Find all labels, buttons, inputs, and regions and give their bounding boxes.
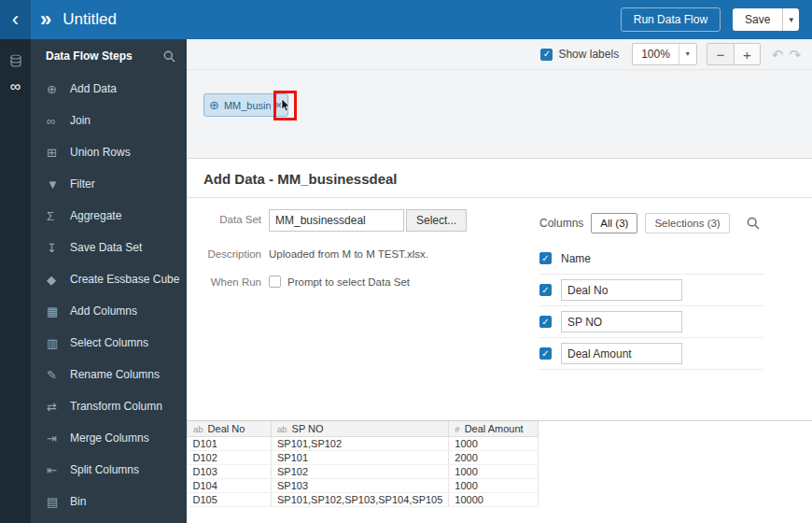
show-labels-checkbox[interactable]: ✓: [540, 49, 553, 61]
sidebar-item-split-columns[interactable]: ⇤Split Columns: [31, 454, 187, 486]
table-cell: 1000: [449, 478, 539, 492]
column-header-sp-no[interactable]: abSP NO: [272, 421, 449, 436]
column-row-sp-no: ✓: [539, 306, 763, 338]
column-checkbox[interactable]: ✓: [539, 316, 552, 328]
sidebar-item-label: Union Rows: [70, 146, 131, 159]
click-target-highlight: [273, 91, 297, 120]
sidebar-search-icon[interactable]: [163, 50, 175, 63]
columns-search-icon[interactable]: [747, 217, 760, 233]
sidebar-item-union-rows[interactable]: ⊞Union Rows: [31, 136, 187, 168]
zoom-out-button[interactable]: −: [707, 44, 734, 64]
table-cell: 1000: [449, 464, 539, 478]
dataset-row: Data Set Select...: [203, 209, 530, 232]
column-checkbox[interactable]: ✓: [539, 347, 552, 360]
join-icon: ∞: [47, 114, 70, 128]
dataset-label: Data Set: [203, 209, 261, 225]
column-checkbox[interactable]: ✓: [539, 284, 552, 296]
column-row-deal-amount: ✓: [539, 338, 763, 370]
sidebar-item-select-columns[interactable]: ▥Select Columns: [31, 327, 187, 359]
sidebar-item-join[interactable]: ∞Join: [31, 105, 187, 136]
check-icon: ✓: [541, 286, 549, 295]
when-run-row: When Run Prompt to select Data Set: [203, 272, 530, 288]
select-columns-icon: ▥: [47, 336, 70, 350]
save-dropdown-button[interactable]: ▾: [783, 8, 799, 31]
prompt-label: Prompt to select Data Set: [287, 276, 410, 288]
sidebar-item-label: Merge Columns: [70, 431, 149, 445]
sidebar-item-label: Bin: [70, 495, 86, 508]
show-labels-label: Show labels: [558, 48, 619, 61]
sidebar-item-rename-columns[interactable]: ✎Rename Columns: [31, 359, 187, 390]
table-cell: D101: [188, 436, 272, 450]
filter-icon: ▼: [47, 177, 70, 191]
sidebar-item-save-data-set[interactable]: ↧Save Data Set: [31, 232, 187, 263]
zoom-value: 100%: [633, 48, 679, 61]
redo-button[interactable]: ↷: [789, 48, 801, 62]
table-row: D104 SP103 1000: [188, 478, 539, 492]
sidebar-item-filter[interactable]: ▼Filter: [31, 168, 187, 200]
sidebar-item-add-columns[interactable]: ▦Add Columns: [31, 295, 187, 327]
select-all-checkbox[interactable]: ✓: [539, 252, 552, 264]
preview-header-row: abDeal No abSP NO #Deal Amount: [188, 421, 539, 436]
column-header-deal-amount[interactable]: #Deal Amount: [449, 421, 539, 436]
sidebar-item-merge-columns[interactable]: ⇥Merge Columns: [31, 422, 187, 454]
table-cell: SP103: [272, 478, 449, 492]
sidebar-data-flow-steps: Data Flow Steps ⊕Add Data ∞Join ⊞Union R…: [31, 39, 187, 523]
add-data-node-icon: ⊕: [209, 99, 219, 111]
table-row: D105 SP101,SP102,SP103,SP104,SP105 10000: [188, 492, 539, 506]
add-columns-icon: ▦: [47, 304, 70, 318]
app-window: ‹ » Untitled Run Data Flow Save ▾ ∞: [0, 0, 812, 523]
zoom-select[interactable]: 100% ▾: [632, 43, 697, 65]
column-header-deal-no[interactable]: abDeal No: [188, 421, 272, 436]
sidebar-item-label: Save Data Set: [70, 241, 142, 254]
dataset-input[interactable]: [269, 209, 404, 232]
node-label: MM_busin: [224, 100, 271, 111]
column-name-input[interactable]: [561, 279, 682, 301]
flow-canvas-area: ✓ Show labels 100% ▾ − + ↶ ↷: [187, 39, 812, 159]
flow-canvas[interactable]: ⊕ MM_busin ×: [187, 70, 812, 158]
zoom-button-group: − +: [707, 43, 761, 65]
check-icon: ✓: [543, 49, 551, 59]
column-name-header: Name: [561, 252, 591, 265]
table-cell: 1000: [449, 436, 539, 450]
sidebar-item-add-data[interactable]: ⊕Add Data: [31, 73, 187, 105]
table-cell: D105: [188, 492, 272, 506]
nav-rail: ∞: [0, 39, 31, 523]
split-columns-icon: ⇤: [47, 463, 70, 477]
undo-button[interactable]: ↶: [772, 48, 784, 62]
caret-down-icon: ▾: [789, 15, 793, 24]
data-preview: abDeal No abSP NO #Deal Amount D101 SP10…: [187, 420, 812, 508]
table-cell: SP101: [272, 450, 449, 464]
canvas-toolbar: ✓ Show labels 100% ▾ − + ↶ ↷: [187, 39, 812, 70]
columns-list: ✓ Name ✓ ✓ ✓: [539, 243, 763, 370]
page-title: Untitled: [63, 10, 117, 29]
check-icon: ✓: [541, 349, 549, 359]
column-header-label: Deal No: [208, 423, 245, 434]
prompt-checkbox[interactable]: [269, 276, 281, 288]
transform-column-icon: ⇄: [47, 400, 70, 414]
panel-title: Add Data - MM_businessdeal: [187, 159, 812, 198]
table-row: D103 SP102 1000: [188, 464, 539, 478]
tab-selections[interactable]: Selections (3): [645, 213, 729, 233]
rail-item-data-elements[interactable]: [0, 49, 31, 74]
merge-columns-icon: ⇥: [47, 431, 70, 445]
tab-all[interactable]: All (3): [591, 213, 637, 233]
top-header: ‹ » Untitled Run Data Flow Save ▾: [0, 0, 812, 39]
column-name-input[interactable]: [561, 311, 682, 332]
sidebar-item-create-essbase-cube[interactable]: ◆Create Essbase Cube: [31, 263, 187, 295]
number-type-icon: #: [455, 424, 459, 434]
description-row: Description Uploaded from M to M TEST.xl…: [203, 244, 530, 260]
column-name-input[interactable]: [561, 343, 682, 364]
run-data-flow-button[interactable]: Run Data Flow: [621, 7, 721, 32]
sidebar-item-transform-column[interactable]: ⇄Transform Column: [31, 390, 187, 422]
select-dataset-button[interactable]: Select...: [406, 209, 467, 232]
zoom-in-button[interactable]: +: [734, 44, 760, 64]
back-button[interactable]: ‹: [0, 0, 31, 39]
rename-columns-icon: ✎: [47, 368, 70, 382]
rail-item-flow-steps[interactable]: ∞: [0, 74, 31, 99]
sidebar-item-aggregate[interactable]: ΣAggregate: [31, 200, 187, 232]
sidebar-item-bin[interactable]: ▤Bin: [31, 486, 187, 517]
sidebar-item-partial[interactable]: ∷: [31, 517, 187, 523]
save-button[interactable]: Save: [733, 8, 783, 31]
sidebar-header: Data Flow Steps: [31, 39, 187, 73]
table-cell: D104: [188, 478, 272, 492]
